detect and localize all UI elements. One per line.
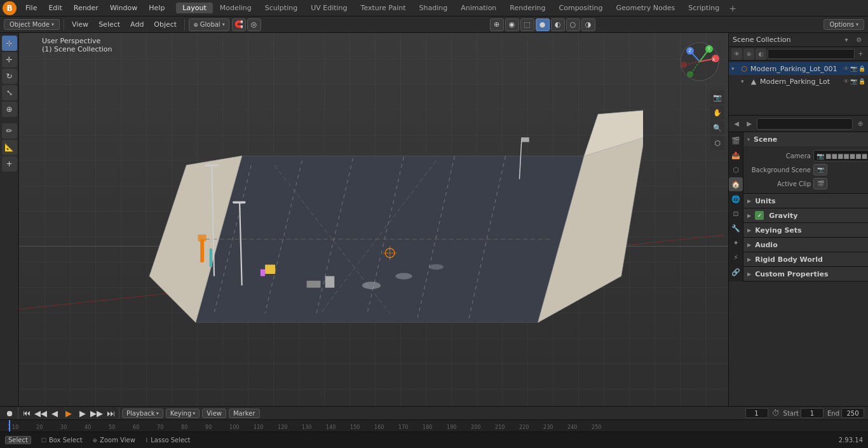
tab-compositing[interactable]: Compositing (553, 3, 609, 13)
play-btn[interactable]: ▶ (63, 407, 74, 419)
props-icon-viewlayer[interactable]: ⬡ (729, 163, 743, 177)
menu-file[interactable]: File (20, 3, 42, 13)
menu-help[interactable]: Help (144, 3, 170, 13)
props-icon-scene[interactable]: 🏠 (729, 177, 743, 191)
options-button[interactable]: Options ▾ (824, 19, 864, 30)
keying-dropdown[interactable]: Keying ▾ (166, 409, 200, 418)
marker-dropdown[interactable]: Marker (229, 409, 260, 418)
custom-properties-section-header[interactable]: ▶ Custom Properties (743, 267, 868, 281)
props-icon-render[interactable]: 🎬 (729, 133, 743, 147)
props-icon-object[interactable]: ⊡ (729, 207, 743, 221)
tab-texture-paint[interactable]: Texture Paint (355, 3, 412, 13)
props-nav-back[interactable]: ◀ (731, 119, 742, 129)
props-icon-constraints[interactable]: 🔗 (729, 265, 743, 279)
3d-viewport[interactable]: User Perspective (1) Scene Collection X (19, 33, 728, 406)
outliner-search[interactable] (768, 49, 855, 59)
viewport-gizmo[interactable]: X Y Z (677, 39, 722, 84)
jump-start-btn[interactable]: ⏮ (21, 407, 32, 419)
outliner-hide-btn[interactable]: ◐ (756, 48, 766, 60)
material-shading-button[interactable]: ◐ (551, 18, 565, 31)
jump-end-btn[interactable]: ⏭ (105, 407, 116, 419)
proportional-edit-button[interactable]: ◎ (247, 18, 261, 31)
eye-icon-2[interactable]: 👁 (843, 78, 849, 85)
eevee-button[interactable]: ◑ (581, 18, 595, 31)
render-icon[interactable]: 📷 (850, 65, 857, 72)
start-frame-value[interactable]: 1 (801, 408, 824, 418)
camera-view-btn[interactable]: 📷 (710, 90, 724, 104)
tab-layout[interactable]: Layout (176, 3, 212, 13)
active-clip-icon[interactable]: 🎬 (813, 178, 827, 189)
rendered-shading-button[interactable]: ○ (566, 18, 580, 31)
menu-edit[interactable]: Edit (43, 3, 67, 13)
props-icon-physics[interactable]: ⚡ (729, 250, 743, 264)
props-icon-modifier[interactable]: 🔧 (729, 221, 743, 235)
units-section-header[interactable]: ▶ Units (743, 194, 868, 208)
add-workspace-button[interactable]: + (726, 3, 739, 13)
xray-button[interactable]: ⬚ (520, 18, 534, 31)
rotate-tool[interactable]: ↻ (2, 69, 17, 84)
timeline-record-btn[interactable]: ⏺ (4, 407, 15, 419)
next-frame-btn[interactable]: ▶ (77, 407, 88, 419)
viewport-overlays-button[interactable]: ◉ (505, 18, 519, 31)
tab-geometry-nodes[interactable]: Geometry Nodes (609, 3, 681, 13)
background-scene-icon[interactable]: 📷 (813, 164, 827, 175)
tab-shading[interactable]: Shading (413, 3, 454, 13)
transform-dropdown[interactable]: ⊕ Global ▾ (189, 18, 229, 31)
props-nav-fwd[interactable]: ▶ (744, 119, 754, 129)
outliner-new-btn[interactable]: + (856, 49, 865, 59)
lock-icon-2[interactable]: 🔒 (858, 78, 865, 85)
outliner-select-btn[interactable]: ⊕ (743, 48, 754, 60)
viewport-object-menu[interactable]: Object (150, 19, 180, 30)
audio-section-header[interactable]: ▶ Audio (743, 238, 868, 252)
prev-frame-btn[interactable]: ◀ (49, 407, 60, 419)
object-mode-dropdown[interactable]: Object Mode ▾ (4, 19, 60, 30)
properties-search[interactable] (757, 118, 853, 130)
tab-rendering[interactable]: Rendering (503, 3, 552, 13)
tab-uv-editing[interactable]: UV Editing (304, 3, 353, 13)
tab-scripting[interactable]: Scripting (682, 3, 726, 13)
hand-tool-btn[interactable]: ✋ (710, 105, 724, 119)
solid-shading-button[interactable]: ● (536, 18, 550, 31)
outliner-sort-btn[interactable]: ⚙ (854, 35, 864, 45)
props-icon-particles[interactable]: ✦ (729, 236, 743, 250)
zoom-in-btn[interactable]: 🔍 (710, 121, 724, 135)
outliner-item-collection[interactable]: ▾ ⬡ Modern_Parking_Lot_001 👁 📷 🔒 (729, 62, 868, 75)
timeline-scrubber[interactable]: 1 10 20 30 40 50 60 70 80 90 100 110 120… (0, 420, 868, 431)
snap-button[interactable]: 🧲 (232, 18, 246, 31)
gravity-section-header[interactable]: ▶ ✓ Gravity (743, 208, 868, 222)
viewport-view-menu[interactable]: View (68, 19, 92, 30)
lock-icon[interactable]: 🔒 (858, 65, 865, 72)
measure-tool[interactable]: 📐 (2, 140, 17, 155)
current-frame-field[interactable]: 1 (745, 408, 768, 418)
outliner-view-btn[interactable]: 👁 (731, 48, 742, 60)
render-icon-2[interactable]: 📷 (850, 78, 857, 85)
prev-keyframe-btn[interactable]: ◀◀ (35, 407, 46, 419)
tab-modeling[interactable]: Modeling (214, 3, 258, 13)
props-icon-world[interactable]: 🌐 (729, 192, 743, 206)
scene-section-header[interactable]: ▾ Scene (743, 132, 868, 146)
next-keyframe-btn[interactable]: ▶▶ (91, 407, 102, 419)
add-tool[interactable]: + (2, 156, 17, 172)
props-icon-output[interactable]: 📤 (729, 148, 743, 162)
viewport-select-menu[interactable]: Select (95, 19, 124, 30)
move-tool[interactable]: ✛ (2, 52, 17, 67)
cursor-tool[interactable]: ⊹ (2, 36, 17, 51)
eye-icon[interactable]: 👁 (843, 65, 849, 72)
gravity-checkbox[interactable]: ✓ (755, 211, 764, 220)
tab-sculpting[interactable]: Sculpting (259, 3, 304, 13)
rigid-body-world-section-header[interactable]: ▶ Rigid Body World (743, 252, 868, 266)
menu-render[interactable]: Render (69, 3, 104, 13)
camera-value[interactable]: 📷 ■■■■■■■■ (813, 150, 868, 161)
keying-sets-section-header[interactable]: ▶ Keying Sets (743, 223, 868, 237)
tab-animation[interactable]: Animation (454, 3, 503, 13)
viewport-add-menu[interactable]: Add (126, 19, 147, 30)
outliner-item-mesh[interactable]: ▾ ▲ Modern_Parking_Lot 👁 📷 🔒 (729, 75, 868, 88)
menu-window[interactable]: Window (105, 3, 142, 13)
scale-tool[interactable]: ⤡ (2, 85, 17, 100)
annotate-tool[interactable]: ✏ (2, 123, 17, 139)
playback-dropdown[interactable]: Playback ▾ (122, 409, 163, 418)
outliner-filter-btn[interactable]: ▾ (841, 35, 851, 45)
end-frame-value[interactable]: 250 (841, 408, 864, 418)
transform-tool[interactable]: ⊕ (2, 102, 17, 117)
collection-btn[interactable]: ⬡ (710, 136, 724, 150)
